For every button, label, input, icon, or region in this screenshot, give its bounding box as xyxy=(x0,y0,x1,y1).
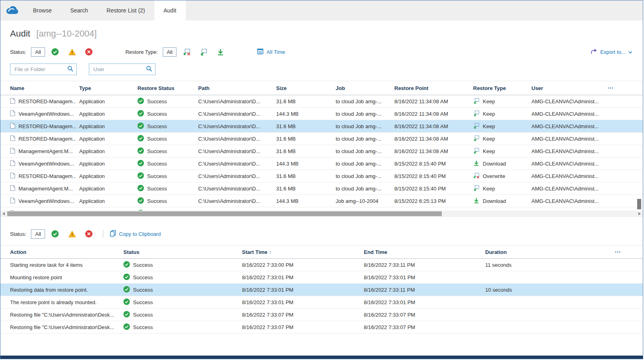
events-status-warning-filter-icon[interactable] xyxy=(68,230,76,238)
job-cell: to cloud Job amg-... xyxy=(336,173,394,179)
name-cell: ManagementAgent.M... xyxy=(0,185,79,192)
restore-status-text: Success xyxy=(147,111,167,117)
user-search-input[interactable] xyxy=(92,66,146,73)
column-header-restore-type[interactable]: Restore Type xyxy=(473,85,531,91)
file-search-input[interactable] xyxy=(14,66,67,73)
status-error-filter-icon[interactable] xyxy=(85,48,93,56)
restore-status-text: Success xyxy=(147,161,167,167)
tab-audit[interactable]: Audit xyxy=(154,0,186,20)
restore-type-cell: Keep xyxy=(473,110,531,118)
size-cell: 144.3 MB xyxy=(276,198,336,204)
action-cell: The restore point is already mounted. xyxy=(0,299,123,305)
restore-status-cell: Success xyxy=(137,147,198,155)
column-header-size[interactable]: Size xyxy=(276,85,336,91)
events-status-success-filter-icon[interactable] xyxy=(51,230,59,238)
table-row[interactable]: ManagementAgent.M... Application Success… xyxy=(0,182,643,195)
keep-icon xyxy=(473,110,480,118)
column-header-status[interactable]: Status xyxy=(123,249,242,255)
column-header-path[interactable]: Path xyxy=(198,85,276,91)
column-header-user[interactable]: User xyxy=(531,85,643,91)
success-icon xyxy=(137,172,144,180)
vertical-scrollbar-thumb[interactable] xyxy=(637,199,641,209)
column-header-name[interactable]: Name xyxy=(0,85,79,91)
column-header-end-time[interactable]: End Time xyxy=(364,249,485,255)
cloud-logo-icon xyxy=(5,4,19,17)
size-cell: 31.6 MB xyxy=(276,173,336,179)
horizontal-scrollbar-thumb[interactable] xyxy=(7,211,442,216)
column-header-restore-status[interactable]: Restore Status xyxy=(137,85,198,91)
table-row[interactable]: ManagementAgent.M... Application Success… xyxy=(0,145,643,158)
event-status-text: Success xyxy=(133,324,153,330)
horizontal-scrollbar xyxy=(0,211,643,217)
copy-to-clipboard-button[interactable]: Copy to Clipboard xyxy=(110,230,161,238)
events-status-error-filter-icon[interactable] xyxy=(85,230,93,238)
path-cell: C:\Users\Administrator\D... xyxy=(198,173,276,179)
path-cell: C:\Users\Administrator\D... xyxy=(198,123,276,129)
job-cell: to cloud Job amg-... xyxy=(336,111,394,117)
status-warning-filter-icon[interactable] xyxy=(68,48,76,56)
horizontal-scrollbar-track[interactable] xyxy=(7,211,636,217)
restore-type-overwrite-filter-icon[interactable] xyxy=(183,48,191,56)
restore-status-text: Success xyxy=(147,123,167,129)
column-header-action[interactable]: Action xyxy=(0,249,123,255)
footer-bar xyxy=(0,356,643,359)
table-row[interactable]: RESTORED-Managem... Application Success … xyxy=(0,133,643,145)
table-row[interactable]: RESTORED-Managem... Application Success … xyxy=(0,120,643,133)
files-table-header: Name Type Restore Status Path Size Job R… xyxy=(0,81,643,95)
event-status-cell: Success xyxy=(123,274,242,281)
table-row[interactable]: VeeamAgentWindows... Application Success… xyxy=(0,108,643,120)
restore-status-cell: Success xyxy=(137,98,198,105)
events-table-body: Starting restore task for 4 items Succes… xyxy=(0,259,643,333)
events-status-all-button[interactable]: All xyxy=(31,229,45,239)
status-all-button[interactable]: All xyxy=(31,47,45,57)
status-success-filter-icon[interactable] xyxy=(51,48,59,56)
restore-type-text: Download xyxy=(483,161,506,167)
export-to-dropdown[interactable]: Export to... xyxy=(590,48,632,56)
success-icon xyxy=(137,123,144,130)
events-filter-toolbar: Status: All Copy to Clipboard xyxy=(0,227,643,240)
end-time-cell: 8/16/2022 7:33:07 PM xyxy=(364,312,485,318)
event-row[interactable]: Restoring file "C:\Users\Administrator\D… xyxy=(0,321,643,333)
column-header-type[interactable]: Type xyxy=(79,85,137,91)
column-header-start-time[interactable]: Start Time↑ xyxy=(242,249,364,255)
tab-search[interactable]: Search xyxy=(61,0,97,20)
restore-point-cell: 8/15/2022 8:15:40 PM xyxy=(394,186,473,192)
event-row[interactable]: The restore point is already mounted. Su… xyxy=(0,296,643,309)
event-row[interactable]: Restoring file "C:\Users\Administrator\D… xyxy=(0,309,643,321)
table-row[interactable]: VeeamAgentWindows... Application Success… xyxy=(0,158,643,170)
type-cell: Application xyxy=(79,98,137,104)
column-options-icon[interactable] xyxy=(615,252,620,253)
column-header-restore-point[interactable]: Restore Point xyxy=(394,85,473,91)
column-options-icon[interactable] xyxy=(608,88,613,89)
size-cell: 144.3 MB xyxy=(276,111,336,117)
restore-type-all-button[interactable]: All xyxy=(163,47,176,57)
restore-type-keep-filter-icon[interactable] xyxy=(200,48,207,56)
restore-type-text: Keep xyxy=(483,186,495,192)
restore-point-cell: 8/15/2022 8:15:40 PM xyxy=(394,161,473,167)
restore-type-download-filter-icon[interactable] xyxy=(217,48,224,56)
table-row[interactable]: RESTORED-Managem... Application Success … xyxy=(0,170,643,182)
time-range-filter[interactable]: All Time xyxy=(257,48,285,56)
table-row[interactable]: VeeamAgentWindows... Application Success… xyxy=(0,195,643,207)
table-row[interactable]: RESTORED-Managem... Application Success … xyxy=(0,95,643,108)
tab-bar: Browse Search Restore List (2) Audit xyxy=(0,0,643,20)
path-cell: C:\Users\Administrator\D... xyxy=(198,111,276,117)
search-icon[interactable] xyxy=(146,65,152,73)
file-name: RESTORED-Managem... xyxy=(18,136,76,142)
tab-browse[interactable]: Browse xyxy=(24,0,61,20)
event-row[interactable]: Mounting restore point Success 8/16/2022… xyxy=(0,271,643,284)
restore-status-text: Success xyxy=(147,98,167,104)
keep-icon xyxy=(473,185,480,192)
scroll-left-button[interactable] xyxy=(0,211,7,217)
file-name: ManagementAgent.M... xyxy=(18,148,73,154)
search-icon[interactable] xyxy=(67,65,74,73)
column-header-job[interactable]: Job xyxy=(336,85,394,91)
table-row[interactable]: Success xyxy=(0,207,643,211)
scroll-right-button[interactable] xyxy=(636,211,643,217)
restore-type-cell: Download xyxy=(473,197,531,205)
event-row[interactable]: Starting restore task for 4 items Succes… xyxy=(0,259,643,271)
user-cell: AMG-CLEANVAC\Administ... xyxy=(531,148,643,154)
job-cell: to cloud Job amg-... xyxy=(336,161,394,167)
tab-restore-list[interactable]: Restore List (2) xyxy=(97,0,154,20)
event-row[interactable]: Restoring data from restore point. Succe… xyxy=(0,284,643,296)
